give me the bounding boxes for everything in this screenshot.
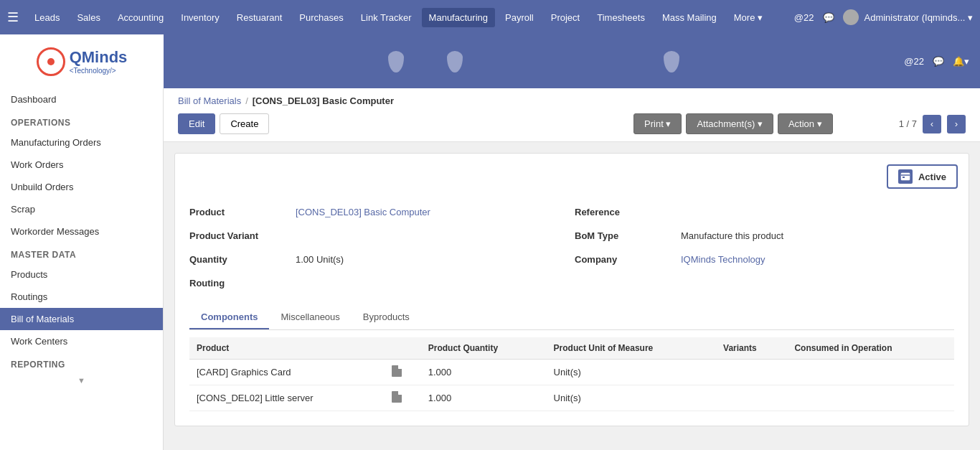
sub-header-icons — [164, 51, 904, 72]
quantity-value: 1.00 Unit(s) — [296, 251, 569, 268]
company-link[interactable]: IQMinds Technology — [681, 254, 765, 265]
sub-notification[interactable]: @22 — [904, 56, 924, 67]
col-file — [385, 337, 421, 360]
sidebar-item-workorder-messages[interactable]: Workorder Messages — [0, 220, 163, 243]
cell-qty: 1.000 — [421, 360, 547, 385]
nav-restaurant[interactable]: Restuarant — [230, 8, 290, 27]
sub-header-right: @22 💬 🔔▾ — [904, 56, 969, 67]
cell-variants — [716, 385, 787, 411]
col-product: Product — [189, 337, 385, 360]
nav-payroll[interactable]: Payroll — [498, 8, 541, 27]
tab-miscellaneous[interactable]: Miscellaneous — [269, 306, 351, 329]
cell-file-icon[interactable] — [385, 360, 421, 385]
routing-label: Routing — [189, 275, 290, 291]
active-badge[interactable]: Active — [887, 164, 958, 189]
sidebar-item-products[interactable]: Products — [0, 263, 163, 286]
sidebar-item-dashboard[interactable]: Dashboard — [0, 88, 163, 111]
cell-file-icon[interactable] — [385, 385, 421, 411]
notification-icon[interactable]: @22 — [794, 12, 814, 23]
sidebar-item-work-orders[interactable]: Work Orders — [0, 154, 163, 176]
sidebar-section-operations: Operations — [0, 111, 163, 131]
nav-sales[interactable]: Sales — [70, 8, 108, 27]
product-value: [CONS_DEL03] Basic Computer — [296, 204, 569, 220]
print-button[interactable]: Print ▾ — [633, 113, 682, 134]
next-page-button[interactable]: › — [947, 115, 966, 133]
product-label: Product — [189, 204, 290, 220]
tab-byproducts[interactable]: Byproducts — [352, 306, 421, 329]
sidebar: Dashboard Operations Manufacturing Order… — [0, 88, 164, 450]
top-navigation: ☰ Leads Sales Accounting Inventory Restu… — [0, 0, 980, 34]
company-value: IQMinds Technology — [681, 251, 954, 268]
attachments-button[interactable]: Attachment(s) ▾ — [686, 113, 773, 134]
active-badge-icon — [898, 169, 913, 184]
sidebar-section-master-data: Master Data — [0, 243, 163, 263]
quantity-label: Quantity — [189, 251, 290, 268]
sidebar-item-unbuild-orders[interactable]: Unbuild Orders — [0, 176, 163, 198]
nav-purchases[interactable]: Purchases — [292, 8, 350, 27]
nav-timesheets[interactable]: Timesheets — [590, 8, 652, 27]
breadcrumb: Bill of Materials / [CONS_DEL03] Basic C… — [178, 95, 966, 106]
content-area: Bill of Materials / [CONS_DEL03] Basic C… — [164, 88, 980, 450]
sub-chat-icon[interactable]: 💬 — [933, 56, 944, 67]
breadcrumb-current: [CONS_DEL03] Basic Computer — [253, 95, 394, 106]
hamburger-menu[interactable]: ☰ — [7, 9, 19, 25]
logo-area: QMinds <Technology/> — [0, 34, 164, 88]
active-badge-label: Active — [918, 172, 946, 182]
sidebar-item-work-centers[interactable]: Work Centers — [0, 330, 163, 352]
sidebar-item-scrap[interactable]: Scrap — [0, 198, 163, 220]
product-link[interactable]: [CONS_DEL03] Basic Computer — [296, 207, 430, 217]
routing-value — [296, 275, 569, 291]
col-uom: Product Unit of Measure — [547, 337, 716, 360]
breadcrumb-bar: Bill of Materials / [CONS_DEL03] Basic C… — [164, 88, 980, 142]
drip-icon-2 — [447, 51, 463, 72]
product-variant-value — [296, 228, 569, 244]
sidebar-section-reporting: Reporting — [0, 352, 163, 373]
sidebar-item-manufacturing-orders[interactable]: Manufacturing Orders — [0, 131, 163, 154]
table-header-row: Product Product Quantity Product Unit of… — [189, 337, 954, 360]
cell-uom: Unit(s) — [547, 360, 716, 385]
nav-accounting[interactable]: Accounting — [110, 8, 171, 27]
table-row: [CARD] Graphics Card 1.000 Unit(s) — [189, 360, 954, 385]
action-button[interactable]: Action ▾ — [778, 113, 833, 134]
logo-subtext: <Technology/> — [70, 67, 128, 75]
components-table: Product Product Quantity Product Unit of… — [189, 337, 954, 411]
cell-consumed — [787, 360, 954, 385]
reference-label: Reference — [575, 204, 675, 220]
edit-button[interactable]: Edit — [178, 113, 215, 134]
sub-header: QMinds <Technology/> @22 💬 🔔▾ — [0, 34, 980, 88]
breadcrumb-separator: / — [245, 95, 248, 106]
bom-type-value: Manufacture this product — [681, 228, 954, 244]
chat-icon[interactable]: 💬 — [823, 12, 834, 23]
drip-icon-3 — [664, 51, 679, 72]
tab-components[interactable]: Components — [189, 306, 269, 329]
col-consumed: Consumed in Operation — [787, 337, 954, 360]
col-variants: Variants — [716, 337, 787, 360]
sidebar-item-routings[interactable]: Routings — [0, 286, 163, 308]
toolbar: Edit Create Print ▾ Attachment(s) ▾ Acti… — [178, 113, 966, 141]
company-label: Company — [575, 251, 675, 268]
nav-manufacturing[interactable]: Manufacturing — [422, 8, 495, 27]
cell-product: [CONS_DEL02] Little server — [189, 385, 385, 411]
nav-project[interactable]: Project — [544, 8, 587, 27]
svg-rect-2 — [903, 177, 905, 178]
nav-mass-mailing[interactable]: Mass Mailing — [655, 8, 724, 27]
nav-more[interactable]: More ▾ — [727, 8, 770, 27]
logo-text: QMinds — [70, 48, 128, 67]
create-button[interactable]: Create — [220, 113, 269, 134]
tabs: Components Miscellaneous Byproducts — [189, 306, 954, 330]
nav-link-tracker[interactable]: Link Tracker — [354, 8, 419, 27]
cell-qty: 1.000 — [421, 385, 547, 411]
nav-inventory[interactable]: Inventory — [174, 8, 226, 27]
product-variant-label: Product Variant — [189, 228, 290, 244]
sidebar-item-bill-of-materials[interactable]: Bill of Materials — [0, 308, 163, 330]
form-card: Active Product [CONS_DEL03] Basic Comput… — [174, 153, 969, 426]
cell-uom: Unit(s) — [547, 385, 716, 411]
form-area: Active Product [CONS_DEL03] Basic Comput… — [164, 142, 980, 450]
nav-leads[interactable]: Leads — [27, 8, 67, 27]
prev-page-button[interactable]: ‹ — [923, 115, 941, 133]
breadcrumb-parent[interactable]: Bill of Materials — [178, 95, 241, 106]
user-menu[interactable]: Administrator (Iqminds... ▾ — [843, 9, 974, 25]
drip-icon-1 — [388, 51, 404, 72]
sub-user-icon[interactable]: 🔔▾ — [953, 56, 969, 67]
col-qty: Product Quantity — [421, 337, 547, 360]
